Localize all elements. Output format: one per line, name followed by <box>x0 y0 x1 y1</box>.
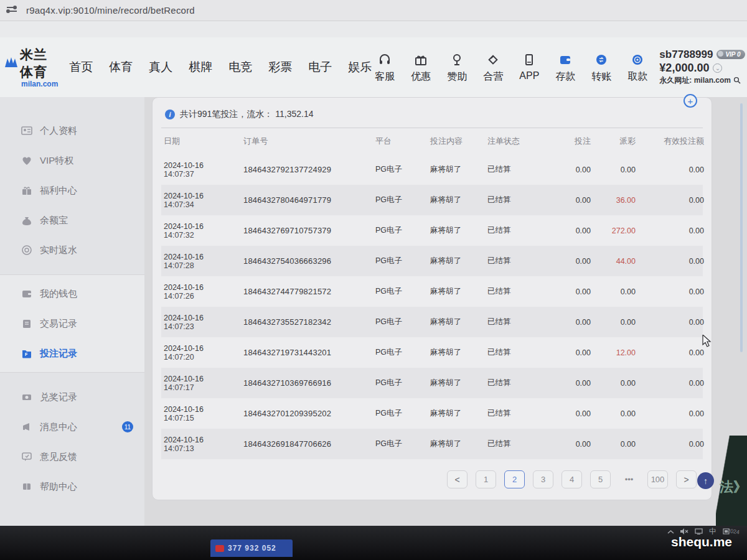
cell-bet: 0.00 <box>548 226 591 235</box>
info-icon: i <box>165 110 175 119</box>
id-card-icon <box>21 125 32 136</box>
sidebar-item-label: 余额宝 <box>40 215 68 226</box>
quick-action-0[interactable]: 客服 <box>372 51 398 83</box>
cell-payout: 36.00 <box>591 196 636 205</box>
logo-mark-icon <box>5 57 17 70</box>
sidebar-item-message[interactable]: 消息中心11 <box>0 412 144 442</box>
sidebar: 个人资料VIP特权福利中心余额宝实时返水我的钱包交易记录F投注记录兑奖记录消息中… <box>0 97 144 526</box>
scrollbar[interactable] <box>740 103 743 352</box>
sidebar-item-money-bag[interactable]: 余额宝 <box>0 205 144 235</box>
sidebar-item-transaction[interactable]: 交易记录 <box>0 309 144 338</box>
table-row[interactable]: 2024-10-1614:07:131846432691847706626PG电… <box>161 429 703 459</box>
quick-action-6[interactable]: 转账 <box>588 51 614 83</box>
nav-item-6[interactable]: 电子 <box>308 59 332 75</box>
nav-item-0[interactable]: 首页 <box>69 59 93 75</box>
balance-dropdown-icon[interactable]: ⌄ <box>713 63 722 73</box>
sidebar-item-help[interactable]: 帮助中心 <box>0 472 144 502</box>
content: i 共计991笔投注，流水： 11,352.14 日期订单号平台投注内容注单状态… <box>149 97 738 526</box>
table-row[interactable]: 2024-10-1614:07:341846432780464971779PG电… <box>161 185 703 215</box>
nav-item-5[interactable]: 彩票 <box>268 59 292 75</box>
wallet2-icon <box>21 288 32 299</box>
cell-payout: 44.00 <box>591 257 636 266</box>
quick-action-5[interactable]: 存款 <box>552 51 578 83</box>
cell-status: 已结算 <box>487 286 548 297</box>
desk-background: 法》 <box>716 436 747 526</box>
browser-url-bar[interactable]: r9aq4x.vip:9010/mine/record/betRecord <box>0 0 747 21</box>
quick-action-7[interactable]: 取款 <box>624 51 651 83</box>
page-button-100[interactable]: 100 <box>647 470 668 488</box>
expand-button[interactable]: + <box>684 94 697 108</box>
nav-item-2[interactable]: 真人 <box>149 59 172 75</box>
cell-date-time: 14:07:28 <box>164 261 243 270</box>
svg-text:F: F <box>25 352 28 357</box>
quick-action-3[interactable]: 合营 <box>480 51 506 83</box>
table-row[interactable]: 2024-10-1614:07:231846432735527182342PG电… <box>161 307 703 337</box>
cell-platform: PG电子 <box>375 378 430 388</box>
vip-badge: VIP 0 <box>716 50 745 59</box>
cell-status: 已结算 <box>487 195 548 205</box>
nav-item-3[interactable]: 棋牌 <box>189 59 212 75</box>
quick-action-1[interactable]: 优惠 <box>408 51 434 83</box>
sidebar-item-feedback[interactable]: 意见反馈 <box>0 442 144 472</box>
page-button-5[interactable]: 5 <box>590 470 611 488</box>
site-logo[interactable]: 米兰体育 milan.com <box>5 46 58 88</box>
help-icon <box>21 481 32 492</box>
cell-valid: 0.00 <box>636 226 704 235</box>
sidebar-item-prize[interactable]: 兑奖记录 <box>0 382 144 412</box>
page-prev-button[interactable]: < <box>447 470 467 488</box>
col-header-status: 注单状态 <box>487 136 548 147</box>
rebate-icon <box>21 245 32 256</box>
url-text[interactable]: r9aq4x.vip:9010/mine/record/betRecord <box>26 5 195 16</box>
quick-action-label: 合营 <box>483 70 503 83</box>
cell-date-day: 2024-10-16 <box>164 314 243 322</box>
table-row[interactable]: 2024-10-1614:07:321846432769710757379PG电… <box>161 215 703 246</box>
sidebar-item-wallet2[interactable]: 我的钱包 <box>0 279 144 309</box>
cell-date-day: 2024-10-16 <box>164 375 243 383</box>
quick-action-4[interactable]: APP <box>516 51 542 83</box>
quick-action-2[interactable]: 赞助 <box>444 51 470 83</box>
cell-valid: 0.00 <box>636 379 704 388</box>
table-row[interactable]: 2024-10-1614:07:371846432792137724929PG电… <box>161 154 703 185</box>
site-permissions-icon[interactable] <box>6 5 17 16</box>
cell-bet: 0.00 <box>548 318 591 327</box>
sidebar-item-gift-box[interactable]: 福利中心 <box>0 175 144 205</box>
page-button-3[interactable]: 3 <box>533 470 553 488</box>
page-button-1[interactable]: 1 <box>476 470 496 488</box>
cell-content: 麻将胡了 <box>430 378 487 388</box>
page-button-4[interactable]: 4 <box>561 470 582 488</box>
page-next-button[interactable]: > <box>676 470 697 488</box>
sidebar-item-rebate[interactable]: 实时返水 <box>0 235 144 265</box>
page-button-2[interactable]: 2 <box>504 470 525 488</box>
sidebar-item-label: 个人资料 <box>40 125 77 137</box>
cell-status: 已结算 <box>487 439 548 449</box>
search-icon[interactable] <box>733 75 741 86</box>
nav-item-4[interactable]: 电竞 <box>228 59 252 75</box>
sidebar-item-bet-record[interactable]: F投注记录 <box>0 338 144 368</box>
sidebar-item-id-card[interactable]: 个人资料 <box>0 116 144 146</box>
nav-item-7[interactable]: 娱乐 <box>348 59 372 75</box>
cell-date-time: 14:07:32 <box>164 231 243 240</box>
sidebar-item-vip-heart[interactable]: VIP特权 <box>0 146 144 175</box>
logo-subtitle: milan.com <box>21 80 58 88</box>
back-to-top-button[interactable]: ↑ <box>697 472 714 489</box>
table-row[interactable]: 2024-10-1614:07:201846432719731443201PG电… <box>161 337 703 368</box>
account-info[interactable]: sb7788999 VIP 0 ¥2,000.00 ⌄ 永久网址: milan.… <box>659 49 747 86</box>
cell-platform: PG电子 <box>375 286 430 297</box>
username: sb7788999 <box>659 49 713 61</box>
quick-action-label: 转账 <box>591 70 611 83</box>
cell-status: 已结算 <box>487 164 548 175</box>
cell-payout: 0.00 <box>591 409 636 418</box>
sidebar-item-label: 交易记录 <box>40 318 77 330</box>
background-window[interactable]: 377 932 052 <box>210 539 293 557</box>
col-header-valid: 有效投注额 <box>636 136 704 147</box>
nav-item-1[interactable]: 体育 <box>109 59 133 75</box>
table-row[interactable]: 2024-10-1614:07:281846432754036663296PG电… <box>161 246 703 276</box>
table-row[interactable]: 2024-10-1614:07:171846432710369766916PG电… <box>161 368 703 398</box>
table-row[interactable]: 2024-10-1614:07:261846432744779821572PG电… <box>161 276 703 307</box>
cell-date: 2024-10-1614:07:37 <box>164 161 243 179</box>
cell-content: 麻将胡了 <box>430 256 487 266</box>
quick-action-label: 存款 <box>555 70 575 83</box>
cell-payout: 12.00 <box>591 348 636 357</box>
table-row[interactable]: 2024-10-1614:07:151846432701209395202PG电… <box>161 398 703 429</box>
cell-content: 麻将胡了 <box>430 347 487 358</box>
